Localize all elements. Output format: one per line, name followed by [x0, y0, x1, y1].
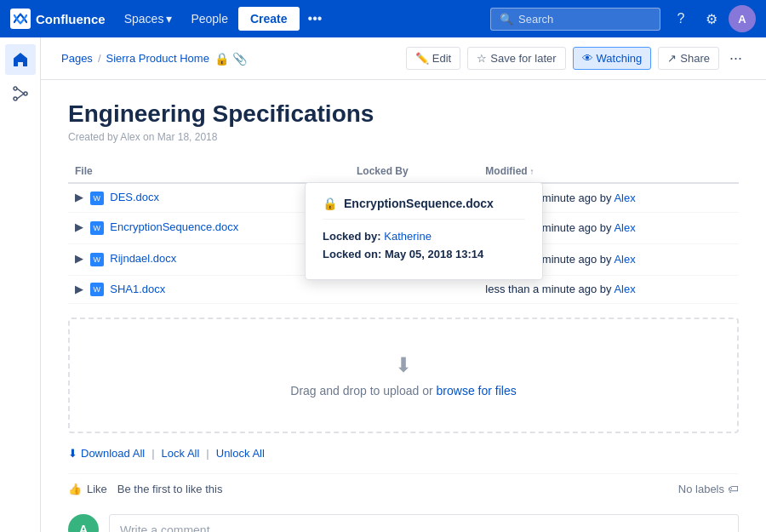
- download-all-link[interactable]: ⬇ Download All: [68, 447, 145, 460]
- action-sep: |: [151, 447, 154, 460]
- topnav-icons: ? ⚙ A: [667, 5, 756, 32]
- tooltip-filename: EncryptionSequence.docx: [344, 197, 494, 210]
- spaces-menu[interactable]: Spaces ▾: [116, 7, 181, 31]
- comment-input[interactable]: Write a comment...: [109, 514, 739, 532]
- upload-text: Drag and drop to upload or: [290, 384, 436, 398]
- file-link[interactable]: SHA1.docx: [110, 283, 165, 295]
- tooltip-locked-by: Locked by: Katherine: [323, 230, 525, 243]
- breadcrumb-pages[interactable]: Pages: [61, 52, 93, 65]
- confluence-logo-icon: [10, 9, 31, 29]
- share-icon: ↗: [667, 52, 677, 65]
- main-content: Pages / Sierra Product Home 🔒 📎 ✏️ Edit …: [41, 37, 766, 532]
- labels-area: No labels 🏷: [678, 483, 739, 495]
- breadcrumb-separator: /: [98, 52, 101, 65]
- edit-icon: ✏️: [415, 52, 429, 65]
- breadcrumb-current[interactable]: Sierra Product Home: [106, 52, 209, 65]
- upload-area[interactable]: ⬇ Drag and drop to upload or browse for …: [68, 317, 739, 433]
- page-header-bar: Pages / Sierra Product Home 🔒 📎 ✏️ Edit …: [41, 37, 766, 80]
- page-body: Engineering Specifications Created by Al…: [41, 80, 766, 532]
- file-type-icon: W: [90, 253, 104, 266]
- topnav-nav: Spaces ▾ People Create •••: [116, 6, 329, 31]
- row-expand-icon[interactable]: ▶: [75, 191, 83, 203]
- topnav: Confluence Spaces ▾ People Create ••• 🔍 …: [0, 0, 766, 37]
- thumbs-up-icon: 👍: [68, 483, 82, 495]
- edit-button[interactable]: ✏️ Edit: [406, 47, 460, 70]
- commenter-avatar: A: [68, 514, 99, 532]
- file-link[interactable]: DES.docx: [110, 191, 159, 203]
- lock-tooltip: 🔒 EncryptionSequence.docx Locked by: Kat…: [305, 182, 543, 280]
- file-type-icon: W: [90, 283, 104, 296]
- page-title: Engineering Specifications: [68, 100, 739, 128]
- help-button[interactable]: ?: [667, 5, 695, 32]
- user-avatar[interactable]: A: [729, 5, 756, 32]
- modified-author-link[interactable]: Alex: [614, 221, 635, 234]
- watching-button[interactable]: 👁 Watching: [573, 47, 652, 70]
- page-meta: Created by Alex on Mar 18, 2018: [68, 131, 739, 143]
- like-button[interactable]: 👍 Like: [68, 483, 107, 495]
- file-link[interactable]: Rijndael.docx: [110, 252, 176, 265]
- page-actions: ✏️ Edit ☆ Save for later 👁 Watching ↗ Sh…: [406, 46, 746, 71]
- tooltip-locked-by-link[interactable]: Katherine: [384, 230, 432, 243]
- settings-button[interactable]: ⚙: [698, 5, 725, 32]
- comment-area: A Write a comment...: [68, 504, 739, 532]
- confluence-label: Confluence: [36, 12, 106, 26]
- like-bar: 👍 Like Be the first to like this No labe…: [68, 473, 739, 504]
- lock-all-link[interactable]: Lock All: [162, 447, 200, 460]
- upload-arrow-icon: ⬇: [104, 353, 703, 377]
- bottom-actions: ⬇ Download All | Lock All | Unlock All: [68, 447, 739, 460]
- row-expand-icon[interactable]: ▶: [75, 220, 83, 233]
- breadcrumb: Pages / Sierra Product Home 🔒 📎: [61, 52, 247, 66]
- like-subtext: Be the first to like this: [117, 483, 223, 495]
- breadcrumb-icons: 🔒 📎: [214, 52, 247, 66]
- svg-line-4: [17, 94, 24, 99]
- action-sep2: |: [206, 447, 209, 460]
- sidebar-home-icon[interactable]: [5, 44, 36, 75]
- svg-point-2: [14, 97, 17, 100]
- create-button[interactable]: Create: [238, 7, 300, 31]
- browse-link[interactable]: browse for files: [437, 384, 517, 398]
- search-box[interactable]: 🔍 Search: [490, 8, 660, 31]
- labels-text: No labels: [678, 483, 724, 495]
- people-menu[interactable]: People: [182, 7, 237, 31]
- col-locked-by: Locked By: [350, 160, 478, 183]
- download-icon: ⬇: [68, 447, 77, 460]
- row-expand-icon[interactable]: ▶: [75, 283, 83, 295]
- star-icon: ☆: [477, 52, 487, 65]
- search-icon: 🔍: [500, 13, 513, 26]
- page-actions-more[interactable]: ···: [726, 46, 746, 71]
- sidebar: [0, 37, 41, 532]
- save-for-later-button[interactable]: ☆ Save for later: [467, 47, 565, 70]
- sidebar-tree-icon[interactable]: [5, 78, 36, 109]
- file-type-icon: W: [90, 192, 104, 205]
- svg-point-0: [14, 87, 17, 90]
- page-attach-icon[interactable]: 📎: [232, 52, 247, 66]
- tooltip-lock-icon: 🔒: [323, 197, 337, 210]
- label-tag-icon: 🏷: [728, 483, 739, 495]
- tooltip-locked-on: Locked on: May 05, 2018 13:14: [323, 248, 525, 260]
- unlock-all-link[interactable]: Unlock All: [216, 447, 265, 460]
- more-menu-button[interactable]: •••: [301, 6, 329, 31]
- share-button[interactable]: ↗ Share: [658, 47, 719, 70]
- col-file: File: [68, 160, 350, 183]
- confluence-logo[interactable]: Confluence: [10, 9, 106, 29]
- layout: Pages / Sierra Product Home 🔒 📎 ✏️ Edit …: [0, 37, 766, 532]
- modified-author-link[interactable]: Alex: [614, 283, 635, 295]
- page-restrict-icon[interactable]: 🔒: [214, 52, 229, 66]
- file-link[interactable]: EncryptionSequence.docx: [110, 220, 238, 233]
- svg-line-3: [17, 89, 24, 94]
- tooltip-header: 🔒 EncryptionSequence.docx: [323, 197, 525, 220]
- col-modified[interactable]: Modified: [478, 160, 739, 183]
- file-type-icon: W: [90, 221, 104, 235]
- row-expand-icon[interactable]: ▶: [75, 252, 83, 265]
- modified-author-link[interactable]: Alex: [614, 253, 635, 266]
- search-placeholder: Search: [518, 13, 553, 26]
- eye-icon: 👁: [582, 52, 593, 65]
- svg-point-1: [24, 92, 27, 95]
- chevron-down-icon: ▾: [166, 12, 172, 26]
- modified-author-link[interactable]: Alex: [614, 192, 635, 204]
